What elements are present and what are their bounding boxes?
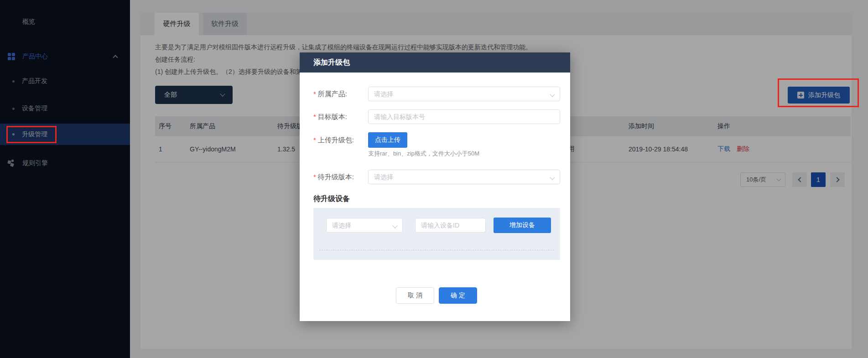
required-mark: * [313, 136, 316, 144]
upload-label: *上传升级包: [313, 132, 354, 148]
required-mark: * [313, 173, 316, 181]
add-device-button[interactable]: 增加设备 [494, 218, 551, 233]
product-label: *所属产品: [313, 87, 347, 101]
upload-hint: 支持rar、bin、zip格式，文件大小小于50M [368, 150, 479, 158]
product-select[interactable]: 请选择 [368, 87, 560, 101]
device-select-placeholder: 请选择 [332, 218, 402, 232]
modal-body: *所属产品: 请选择 *目标版本: *上传升级包: 点击上传 支持rar、bin… [300, 73, 570, 321]
upload-button[interactable]: 点击上传 [368, 132, 407, 148]
device-id-input[interactable] [416, 218, 485, 232]
product-select-placeholder: 请选择 [374, 87, 560, 101]
form-row-upload: *上传升级包: 点击上传 支持rar、bin、zip格式，文件大小小于50M [300, 132, 570, 160]
screen: 概览 产品中心 产品开发 设备管理 升级管理 规则引擎 [0, 0, 868, 358]
add-package-modal: 添加升级包 *所属产品: 请选择 *目标版本: *上传升级包: 点击上传 支持r… [300, 52, 570, 321]
required-mark: * [313, 90, 316, 98]
confirm-button[interactable]: 确 定 [439, 287, 477, 304]
pending-version-placeholder: 请选择 [374, 170, 560, 184]
target-version-label: *目标版本: [313, 109, 347, 124]
modal-header: 添加升级包 [300, 52, 570, 73]
form-row-product: *所属产品: 请选择 [300, 87, 570, 101]
dashed-divider [319, 250, 554, 250]
device-id-field-wrap [415, 218, 486, 233]
pending-version-select[interactable]: 请选择 [368, 170, 560, 184]
target-version-input[interactable] [369, 110, 560, 124]
target-version-field-wrap [368, 109, 560, 124]
cancel-button[interactable]: 取 消 [396, 287, 434, 304]
form-row-target-version: *目标版本: [300, 109, 570, 124]
modal-title: 添加升级包 [313, 58, 350, 67]
devices-section-title: 待升级设备 [313, 194, 350, 204]
form-row-pending-version: *待升级版本: 请选择 [300, 170, 570, 184]
required-mark: * [313, 113, 316, 120]
pending-version-label: *待升级版本: [313, 170, 354, 184]
device-select[interactable]: 请选择 [326, 218, 403, 233]
devices-panel: 请选择 增加设备 [313, 208, 560, 260]
